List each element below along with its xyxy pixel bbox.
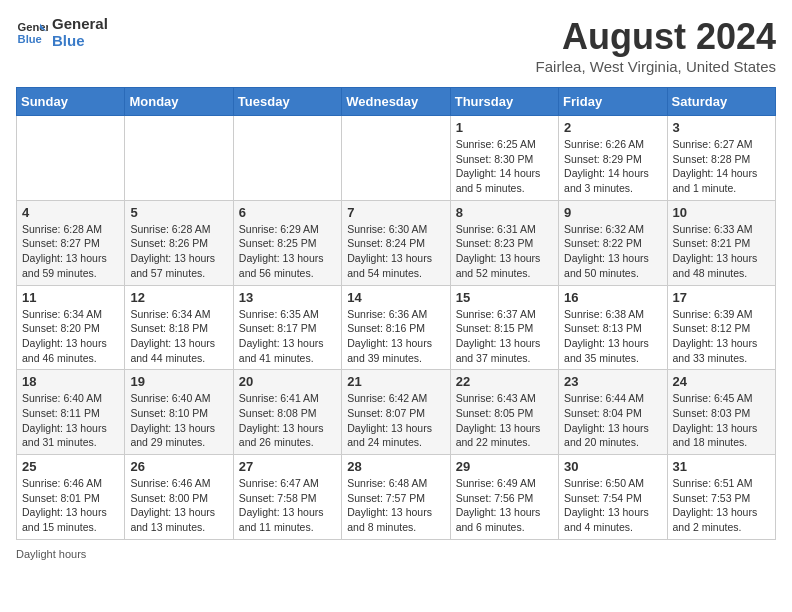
day-info: Sunrise: 6:46 AM Sunset: 8:00 PM Dayligh…: [130, 476, 227, 535]
day-info: Sunrise: 6:49 AM Sunset: 7:56 PM Dayligh…: [456, 476, 553, 535]
day-info: Sunrise: 6:41 AM Sunset: 8:08 PM Dayligh…: [239, 391, 336, 450]
calendar-cell: 3Sunrise: 6:27 AM Sunset: 8:28 PM Daylig…: [667, 116, 775, 201]
subtitle: Fairlea, West Virginia, United States: [536, 58, 776, 75]
calendar-cell: 31Sunrise: 6:51 AM Sunset: 7:53 PM Dayli…: [667, 455, 775, 540]
logo-line1: General: [52, 16, 108, 33]
day-info: Sunrise: 6:43 AM Sunset: 8:05 PM Dayligh…: [456, 391, 553, 450]
day-info: Sunrise: 6:48 AM Sunset: 7:57 PM Dayligh…: [347, 476, 444, 535]
day-number: 23: [564, 374, 661, 389]
calendar-cell: 25Sunrise: 6:46 AM Sunset: 8:01 PM Dayli…: [17, 455, 125, 540]
day-number: 15: [456, 290, 553, 305]
calendar-cell: 20Sunrise: 6:41 AM Sunset: 8:08 PM Dayli…: [233, 370, 341, 455]
calendar-cell: 18Sunrise: 6:40 AM Sunset: 8:11 PM Dayli…: [17, 370, 125, 455]
day-info: Sunrise: 6:27 AM Sunset: 8:28 PM Dayligh…: [673, 137, 770, 196]
day-number: 17: [673, 290, 770, 305]
calendar-cell: 19Sunrise: 6:40 AM Sunset: 8:10 PM Dayli…: [125, 370, 233, 455]
calendar-cell: 26Sunrise: 6:46 AM Sunset: 8:00 PM Dayli…: [125, 455, 233, 540]
day-info: Sunrise: 6:40 AM Sunset: 8:11 PM Dayligh…: [22, 391, 119, 450]
logo-line2: Blue: [52, 33, 108, 50]
svg-text:General: General: [18, 21, 48, 33]
calendar-table: SundayMondayTuesdayWednesdayThursdayFrid…: [16, 87, 776, 540]
day-number: 3: [673, 120, 770, 135]
calendar-header: SundayMondayTuesdayWednesdayThursdayFrid…: [17, 88, 776, 116]
calendar-cell: 23Sunrise: 6:44 AM Sunset: 8:04 PM Dayli…: [559, 370, 667, 455]
day-number: 2: [564, 120, 661, 135]
day-number: 21: [347, 374, 444, 389]
col-header-friday: Friday: [559, 88, 667, 116]
day-info: Sunrise: 6:37 AM Sunset: 8:15 PM Dayligh…: [456, 307, 553, 366]
calendar-cell: [342, 116, 450, 201]
day-number: 19: [130, 374, 227, 389]
day-info: Sunrise: 6:28 AM Sunset: 8:26 PM Dayligh…: [130, 222, 227, 281]
logo: General Blue General Blue: [16, 16, 108, 49]
calendar-cell: 21Sunrise: 6:42 AM Sunset: 8:07 PM Dayli…: [342, 370, 450, 455]
day-info: Sunrise: 6:34 AM Sunset: 8:20 PM Dayligh…: [22, 307, 119, 366]
day-number: 14: [347, 290, 444, 305]
daylight-label: Daylight hours: [16, 548, 86, 560]
day-info: Sunrise: 6:32 AM Sunset: 8:22 PM Dayligh…: [564, 222, 661, 281]
calendar-cell: 29Sunrise: 6:49 AM Sunset: 7:56 PM Dayli…: [450, 455, 558, 540]
calendar-cell: 13Sunrise: 6:35 AM Sunset: 8:17 PM Dayli…: [233, 285, 341, 370]
day-number: 8: [456, 205, 553, 220]
calendar-cell: 11Sunrise: 6:34 AM Sunset: 8:20 PM Dayli…: [17, 285, 125, 370]
day-info: Sunrise: 6:26 AM Sunset: 8:29 PM Dayligh…: [564, 137, 661, 196]
calendar-cell: 24Sunrise: 6:45 AM Sunset: 8:03 PM Dayli…: [667, 370, 775, 455]
day-number: 6: [239, 205, 336, 220]
calendar-cell: 16Sunrise: 6:38 AM Sunset: 8:13 PM Dayli…: [559, 285, 667, 370]
calendar-cell: 14Sunrise: 6:36 AM Sunset: 8:16 PM Dayli…: [342, 285, 450, 370]
day-number: 4: [22, 205, 119, 220]
page-header: General Blue General Blue August 2024 Fa…: [16, 16, 776, 75]
footer: Daylight hours: [16, 548, 776, 560]
day-info: Sunrise: 6:31 AM Sunset: 8:23 PM Dayligh…: [456, 222, 553, 281]
day-info: Sunrise: 6:39 AM Sunset: 8:12 PM Dayligh…: [673, 307, 770, 366]
calendar-cell: 10Sunrise: 6:33 AM Sunset: 8:21 PM Dayli…: [667, 200, 775, 285]
day-info: Sunrise: 6:33 AM Sunset: 8:21 PM Dayligh…: [673, 222, 770, 281]
calendar-cell: [125, 116, 233, 201]
day-info: Sunrise: 6:28 AM Sunset: 8:27 PM Dayligh…: [22, 222, 119, 281]
day-info: Sunrise: 6:42 AM Sunset: 8:07 PM Dayligh…: [347, 391, 444, 450]
day-info: Sunrise: 6:34 AM Sunset: 8:18 PM Dayligh…: [130, 307, 227, 366]
day-number: 28: [347, 459, 444, 474]
day-number: 12: [130, 290, 227, 305]
logo-icon: General Blue: [16, 17, 48, 49]
day-info: Sunrise: 6:51 AM Sunset: 7:53 PM Dayligh…: [673, 476, 770, 535]
day-info: Sunrise: 6:45 AM Sunset: 8:03 PM Dayligh…: [673, 391, 770, 450]
calendar-cell: 7Sunrise: 6:30 AM Sunset: 8:24 PM Daylig…: [342, 200, 450, 285]
calendar-cell: [17, 116, 125, 201]
day-number: 11: [22, 290, 119, 305]
day-info: Sunrise: 6:30 AM Sunset: 8:24 PM Dayligh…: [347, 222, 444, 281]
day-number: 9: [564, 205, 661, 220]
col-header-saturday: Saturday: [667, 88, 775, 116]
calendar-cell: 22Sunrise: 6:43 AM Sunset: 8:05 PM Dayli…: [450, 370, 558, 455]
title-block: August 2024 Fairlea, West Virginia, Unit…: [536, 16, 776, 75]
day-info: Sunrise: 6:29 AM Sunset: 8:25 PM Dayligh…: [239, 222, 336, 281]
main-title: August 2024: [536, 16, 776, 58]
day-info: Sunrise: 6:25 AM Sunset: 8:30 PM Dayligh…: [456, 137, 553, 196]
day-info: Sunrise: 6:46 AM Sunset: 8:01 PM Dayligh…: [22, 476, 119, 535]
day-info: Sunrise: 6:40 AM Sunset: 8:10 PM Dayligh…: [130, 391, 227, 450]
day-info: Sunrise: 6:36 AM Sunset: 8:16 PM Dayligh…: [347, 307, 444, 366]
day-number: 1: [456, 120, 553, 135]
calendar-cell: 8Sunrise: 6:31 AM Sunset: 8:23 PM Daylig…: [450, 200, 558, 285]
calendar-cell: 17Sunrise: 6:39 AM Sunset: 8:12 PM Dayli…: [667, 285, 775, 370]
calendar-cell: 28Sunrise: 6:48 AM Sunset: 7:57 PM Dayli…: [342, 455, 450, 540]
day-number: 20: [239, 374, 336, 389]
day-number: 18: [22, 374, 119, 389]
calendar-cell: 27Sunrise: 6:47 AM Sunset: 7:58 PM Dayli…: [233, 455, 341, 540]
calendar-cell: 6Sunrise: 6:29 AM Sunset: 8:25 PM Daylig…: [233, 200, 341, 285]
day-number: 25: [22, 459, 119, 474]
calendar-cell: 5Sunrise: 6:28 AM Sunset: 8:26 PM Daylig…: [125, 200, 233, 285]
calendar-cell: 1Sunrise: 6:25 AM Sunset: 8:30 PM Daylig…: [450, 116, 558, 201]
day-info: Sunrise: 6:38 AM Sunset: 8:13 PM Dayligh…: [564, 307, 661, 366]
col-header-thursday: Thursday: [450, 88, 558, 116]
calendar-cell: 12Sunrise: 6:34 AM Sunset: 8:18 PM Dayli…: [125, 285, 233, 370]
calendar-cell: 9Sunrise: 6:32 AM Sunset: 8:22 PM Daylig…: [559, 200, 667, 285]
day-info: Sunrise: 6:47 AM Sunset: 7:58 PM Dayligh…: [239, 476, 336, 535]
day-number: 22: [456, 374, 553, 389]
col-header-sunday: Sunday: [17, 88, 125, 116]
day-number: 31: [673, 459, 770, 474]
calendar-cell: [233, 116, 341, 201]
day-info: Sunrise: 6:50 AM Sunset: 7:54 PM Dayligh…: [564, 476, 661, 535]
day-number: 5: [130, 205, 227, 220]
col-header-wednesday: Wednesday: [342, 88, 450, 116]
